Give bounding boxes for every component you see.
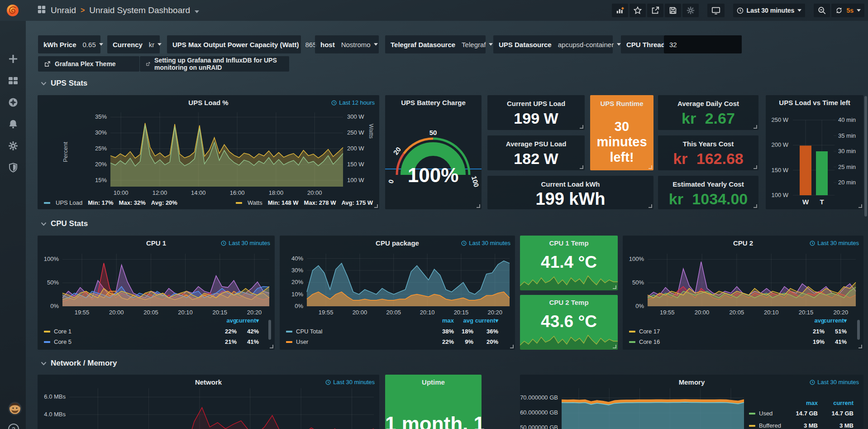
legend-header: max <box>442 317 454 324</box>
svg-text:35%: 35% <box>95 113 107 120</box>
stat-title[interactable]: Uptime <box>385 378 482 386</box>
navbar-actions: Last 30 minutes 5s <box>612 4 864 17</box>
zoom-out-button[interactable] <box>814 4 830 17</box>
server-admin-shield-icon[interactable] <box>8 162 19 173</box>
svg-text:25%: 25% <box>95 145 107 152</box>
stat-title[interactable]: CPU 2 Temp <box>520 299 618 306</box>
variable-host[interactable]: host Nostromo <box>315 35 379 53</box>
svg-text:100: 100 <box>470 175 481 188</box>
dashboards-icon[interactable] <box>8 75 19 86</box>
stat-title[interactable]: Estimated Yearly Cost <box>658 180 758 188</box>
page-scrollbar[interactable] <box>864 96 867 217</box>
stat-average-psu-load: Average PSU Load 182 W <box>487 135 585 170</box>
settings-gear-icon[interactable] <box>682 4 699 17</box>
legend-text[interactable]: Core 5 <box>54 338 72 345</box>
battery-gauge[interactable]: 02050100100% <box>385 95 482 209</box>
save-button[interactable] <box>665 4 681 17</box>
alerting-bell-icon[interactable] <box>8 119 19 130</box>
variable-ups-datasource[interactable]: UPS Datasource apcupsd-container <box>493 35 613 53</box>
panel-memory: Memory Last 30 minutes 70.000000 GB60.00… <box>520 375 863 429</box>
svg-text:W: W <box>802 198 809 206</box>
variable-label: kWh Price <box>43 41 76 48</box>
network-plot[interactable]: 6.0 MBs4.0 MBs2.0 MBs <box>38 375 379 429</box>
stat-title[interactable]: Current UPS Load <box>487 100 585 107</box>
legend-series-marker <box>44 331 50 333</box>
caret-down-icon <box>99 43 103 46</box>
ups-bar-plot[interactable]: 250 W200 W150 W100 W40 min35 min30 min25… <box>766 95 863 209</box>
legend-series[interactable]: UPS LoadMin: 17%Max: 32%Avg: 20% <box>44 199 177 206</box>
battery-gauge-plot[interactable]: 02050100100% <box>385 95 482 209</box>
stat-value: 43.6 °C <box>520 312 618 331</box>
legend-series-marker <box>286 331 292 333</box>
caret-down-icon <box>617 43 621 46</box>
refresh-button[interactable]: 5s <box>831 4 864 17</box>
stat-title[interactable]: This Years Cost <box>658 140 758 148</box>
grafana-logo-icon[interactable] <box>5 2 21 19</box>
stat-cpu2-temp: CPU 2 Temp 43.6 °C <box>520 295 618 350</box>
stat-title[interactable]: Current Load kWh <box>487 180 653 188</box>
section-title: Network / Memory <box>51 359 117 368</box>
legend-header: avg <box>463 317 473 324</box>
memory-legend: maxcurrentUsed14.7 GB14.7 GBBuffered3 MB… <box>520 375 863 429</box>
caret-down-icon <box>489 43 493 46</box>
legend-text[interactable]: Used <box>759 410 773 417</box>
legend-series-name[interactable]: Watts <box>248 199 262 206</box>
legend-text[interactable]: Core 16 <box>639 338 660 345</box>
svg-text:20%: 20% <box>95 161 107 168</box>
network-chart[interactable]: 6.0 MBs4.0 MBs2.0 MBs <box>38 375 379 429</box>
stat-title[interactable]: Average PSU Load <box>487 140 585 148</box>
star-button[interactable] <box>630 4 646 17</box>
section-cpu-stats[interactable]: CPU Stats <box>41 219 88 228</box>
stat-title[interactable]: Average Daily Cost <box>658 100 758 107</box>
legend-text[interactable]: Buffered <box>759 422 781 429</box>
variable-ups-max-output[interactable]: UPS Max Output Power Capacity (Watt) 865 <box>167 35 301 53</box>
link-grafana-plex-theme[interactable]: Grafana Plex Theme <box>38 56 139 72</box>
legend-scrollbar[interactable] <box>857 320 860 340</box>
tv-mode-button[interactable] <box>707 4 725 17</box>
caret-down-icon <box>374 43 378 46</box>
share-button[interactable] <box>647 4 663 17</box>
legend-text[interactable]: Core 17 <box>639 328 660 335</box>
legend-text[interactable]: User <box>296 338 308 345</box>
chevron-down-icon <box>41 82 47 86</box>
dashboard-caret-icon[interactable] <box>195 5 199 15</box>
link-ups-monitoring-guide[interactable]: Setting up Grafana and InfluxDB for UPS … <box>140 56 289 72</box>
help-icon[interactable]: ? <box>8 423 19 429</box>
breadcrumb-app[interactable]: Unraid <box>51 5 76 15</box>
create-plus-icon[interactable] <box>8 53 19 64</box>
ups-bar-chart[interactable]: 250 W200 W150 W100 W40 min35 min30 min25… <box>766 95 863 209</box>
legend-header: current <box>833 400 854 406</box>
time-picker-button[interactable]: Last 30 minutes <box>733 4 806 17</box>
legend-text[interactable]: Core 1 <box>54 328 72 335</box>
section-ups-stats[interactable]: UPS Stats <box>41 79 87 88</box>
svg-text:14:00: 14:00 <box>191 189 206 196</box>
legend-series-name[interactable]: UPS Load <box>56 199 82 206</box>
user-avatar[interactable] <box>8 401 19 412</box>
variable-telegraf-datasource[interactable]: Telegraf Datasource Telegraf <box>385 35 486 53</box>
legend-series[interactable]: WattsMin: 148 WMax: 278 WAvg: 175 W <box>236 199 373 206</box>
variable-value: Nostromo <box>341 41 371 48</box>
legend-text[interactable]: CPU Total <box>296 328 322 335</box>
stat-current-load-kwh: Current Load kWh 199 kWh <box>487 176 653 209</box>
variable-currency[interactable]: Currency kr <box>107 35 160 53</box>
ups_load-plot[interactable]: 35%30%25%20%15%300 W250 W200 W150 W100 W… <box>38 95 379 209</box>
stat-title[interactable]: UPS Runtime <box>590 100 653 107</box>
dashboards-grid-icon[interactable] <box>37 5 46 16</box>
svg-text:0: 0 <box>386 178 395 184</box>
cpu-threads-input[interactable]: 32 <box>664 35 742 53</box>
svg-text:150 W: 150 W <box>347 161 364 168</box>
configuration-gear-icon[interactable] <box>8 140 19 151</box>
svg-text:T: T <box>820 198 824 206</box>
stat-title[interactable]: CPU 1 Temp <box>520 239 618 247</box>
ups-load-chart[interactable]: 35%30%25%20%15%300 W250 W200 W150 W100 W… <box>38 95 379 209</box>
explore-compass-icon[interactable] <box>8 97 19 108</box>
external-link-icon <box>146 61 150 67</box>
variable-kwh-price[interactable]: kWh Price 0.65 <box>38 35 100 53</box>
legend-stat: Min: 17% <box>88 199 113 206</box>
section-network-memory[interactable]: Network / Memory <box>41 359 117 368</box>
legend-text: 41% <box>835 338 847 345</box>
dashboard-title[interactable]: Unraid System Dashboard <box>89 5 190 15</box>
legend-scrollbar[interactable] <box>268 320 271 340</box>
add-panel-button[interactable] <box>612 4 628 17</box>
svg-text:30 min: 30 min <box>838 148 856 154</box>
